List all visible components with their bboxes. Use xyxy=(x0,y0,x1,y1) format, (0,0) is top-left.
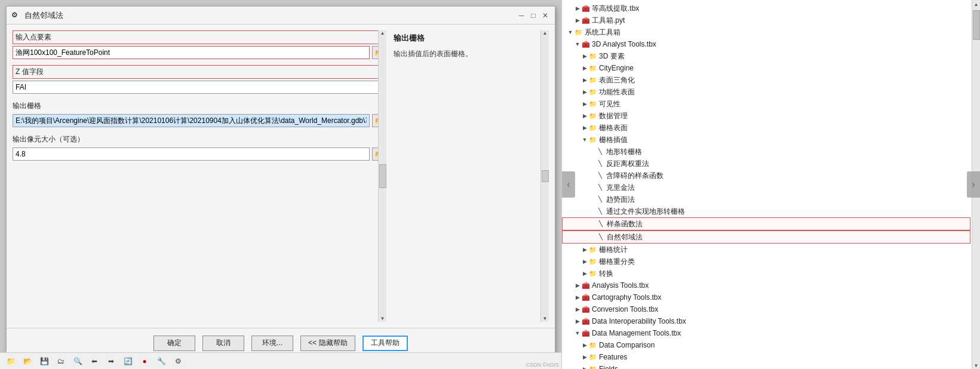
tree-item-t16[interactable]: ╲ 克里金法 xyxy=(562,182,970,193)
tree-item-t2[interactable]: ▶ 🧰 工具箱.pyt xyxy=(562,14,970,26)
tree-expander-t8[interactable]: ▶ xyxy=(581,87,588,97)
scroll-thumb[interactable] xyxy=(379,164,386,188)
tree-item-t11[interactable]: ▶ 📁 栅格表面 xyxy=(562,122,970,134)
tree-item-t1[interactable]: ▶ 🧰 等高线提取.tbx xyxy=(562,2,970,14)
tree-expander-t3[interactable]: ▼ xyxy=(567,27,574,38)
tree-item-t12[interactable]: ▼ 📁 栅格插值 xyxy=(562,134,970,146)
toolbar-icon-7[interactable]: ➡ xyxy=(105,355,117,367)
tree-item-t19[interactable]: ╲ 样条函数法 xyxy=(562,217,970,230)
tree-expander-t23[interactable]: ▶ xyxy=(581,268,588,279)
tree-expander-t24[interactable]: ▶ xyxy=(574,280,581,291)
tree-expander-t28[interactable]: ▼ xyxy=(574,328,581,339)
tree-item-t10[interactable]: ▶ 📁 数据管理 xyxy=(562,110,970,122)
tree-item-t29[interactable]: ▶ 📁 Data Comparison xyxy=(562,339,970,351)
tree-item-t25[interactable]: ▶ 🧰 Cartography Tools.tbx xyxy=(562,291,970,303)
tree-expander-t10[interactable]: ▶ xyxy=(581,110,588,121)
tree-item-t18[interactable]: ╲ 通过文件实现地形转栅格 xyxy=(562,205,970,217)
tree-expander-t7[interactable]: ▶ xyxy=(581,75,588,85)
toolbar-icon-9[interactable]: ● xyxy=(139,355,150,367)
tree-expander-t27[interactable]: ▶ xyxy=(574,316,581,327)
tree-expander-t30[interactable]: ▶ xyxy=(581,352,588,362)
tree-item-t15[interactable]: ╲ 含障碍的样条函数 xyxy=(562,170,970,182)
tree-item-t9[interactable]: ▶ 📁 可见性 xyxy=(562,98,970,110)
left-panel-scrollbar[interactable]: ▲ ▼ xyxy=(378,30,386,322)
dialog-right-panel: ▲ ▼ 输出栅格 输出插值后的表面栅格。 xyxy=(394,30,549,322)
toolbar-icon-5[interactable]: 🔍 xyxy=(72,355,84,367)
tree-item-t30[interactable]: ▶ 📁 Features xyxy=(562,351,970,363)
output-desc: 输出插值后的表面栅格。 xyxy=(394,48,549,59)
tree-item-t26[interactable]: ▶ 🧰 Conversion Tools.tbx xyxy=(562,303,970,315)
z-field-select[interactable]: FAI xyxy=(13,81,386,94)
left-nav-arrow[interactable]: ‹ xyxy=(562,171,575,198)
output-cell-field[interactable] xyxy=(13,147,370,161)
tree-expander-t12[interactable]: ▼ xyxy=(581,134,588,145)
tree-label-t6: CityEngine xyxy=(599,63,634,73)
tree-label-t30: Features xyxy=(599,352,627,362)
tree-expander-t1[interactable]: ▶ xyxy=(574,3,581,14)
right-nav-arrow[interactable]: › xyxy=(967,171,980,198)
minimize-button[interactable]: ─ xyxy=(517,11,526,20)
tree-expander-t2[interactable]: ▶ xyxy=(574,15,581,26)
tree-expander-t26[interactable]: ▶ xyxy=(574,304,581,315)
tree-item-t27[interactable]: ▶ 🧰 Data Interoperability Tools.tbx xyxy=(562,315,970,327)
tree-expander-t6[interactable]: ▶ xyxy=(581,63,588,73)
tree-item-t17[interactable]: ╲ 趋势面法 xyxy=(562,193,970,205)
toolbar-icon-6[interactable]: ⬅ xyxy=(88,355,100,367)
tree-item-t22[interactable]: ▶ 📁 栅格重分类 xyxy=(562,256,970,267)
tree-expander-t21[interactable]: ▶ xyxy=(581,244,588,255)
tree-item-t4[interactable]: ▼ 🧰 3D Analyst Tools.tbx xyxy=(562,38,970,50)
tree-item-t13[interactable]: ╲ 地形转栅格 xyxy=(562,146,970,158)
output-raster-field[interactable] xyxy=(13,114,370,127)
maximize-button[interactable]: □ xyxy=(529,11,538,20)
tree-item-t7[interactable]: ▶ 📁 表面三角化 xyxy=(562,74,970,86)
toolbar-icon-10[interactable]: 🔧 xyxy=(155,355,167,367)
tree-expander-t4[interactable]: ▼ xyxy=(574,39,581,50)
tree-scroll-up[interactable]: ▲ xyxy=(974,1,979,9)
tree-label-t4: 3D Analyst Tools.tbx xyxy=(592,39,656,50)
tree-item-t8[interactable]: ▶ 📁 功能性表面 xyxy=(562,86,970,98)
dialog-title-left: ⚙ 自然邻域法 xyxy=(11,10,63,21)
toolbar-icon-3[interactable]: 💾 xyxy=(38,355,50,367)
tree-item-t5[interactable]: ▶ 📁 3D 要素 xyxy=(562,50,970,62)
right-scroll-thumb[interactable] xyxy=(542,170,549,182)
tree-expander-t29[interactable]: ▶ xyxy=(581,340,588,350)
tree-item-t31[interactable]: ▶ 📁 Fields xyxy=(562,363,970,369)
tool-icon: ╲ xyxy=(595,147,605,156)
tree-scroll-down[interactable]: ▼ xyxy=(974,363,979,368)
toolbar-icon-8[interactable]: 🔄 xyxy=(122,355,134,367)
folder-icon: 📁 xyxy=(588,64,598,72)
tool-tree: ▶ 🧰 等高线提取.tbx ▶ 🧰 工具箱.pyt ▼ 📁 系统工具箱 ▼ 🧰 … xyxy=(562,0,980,369)
hide-help-button[interactable]: << 隐藏帮助 xyxy=(300,336,355,351)
tree-item-t14[interactable]: ╲ 反距离权重法 xyxy=(562,158,970,170)
toolbar-icon-11[interactable]: ⚙ xyxy=(172,355,184,367)
tree-expander-t5[interactable]: ▶ xyxy=(581,51,588,61)
tree-expander-t31[interactable]: ▶ xyxy=(581,364,588,369)
confirm-button[interactable]: 确定 xyxy=(153,336,195,351)
toolbar-icon-2[interactable]: 📂 xyxy=(21,355,33,367)
tree-expander-t25[interactable]: ▶ xyxy=(574,292,581,303)
tree-expander-t9[interactable]: ▶ xyxy=(581,99,588,109)
tree-item-t20[interactable]: ╲ 自然邻域法 xyxy=(562,230,970,244)
close-button[interactable]: ✕ xyxy=(540,11,550,20)
right-scroll-down[interactable]: ▼ xyxy=(543,316,548,321)
toolbar-icon-1[interactable]: 📁 xyxy=(5,355,17,367)
tree-item-t24[interactable]: ▶ 🧰 Analysis Tools.tbx xyxy=(562,279,970,291)
toolbar-icon-4[interactable]: 🗂 xyxy=(55,355,67,367)
tree-item-t23[interactable]: ▶ 📁 转换 xyxy=(562,267,970,279)
cancel-button[interactable]: 取消 xyxy=(202,336,244,351)
tree-item-t6[interactable]: ▶ 📁 CityEngine xyxy=(562,62,970,74)
tree-expander-t22[interactable]: ▶ xyxy=(581,256,588,267)
tree-item-t3[interactable]: ▼ 📁 系统工具箱 xyxy=(562,26,970,38)
tree-item-t21[interactable]: ▶ 📁 栅格统计 xyxy=(562,244,970,256)
tree-item-t28[interactable]: ▼ 🧰 Data Management Tools.tbx xyxy=(562,327,970,339)
input-feature-field[interactable] xyxy=(13,46,370,59)
tool-help-button[interactable]: 工具帮助 xyxy=(362,336,408,351)
scroll-up-arrow[interactable]: ▲ xyxy=(380,31,385,36)
right-panel-scrollbar[interactable]: ▲ ▼ xyxy=(540,30,549,322)
env-button[interactable]: 环境... xyxy=(251,336,293,351)
right-scroll-up[interactable]: ▲ xyxy=(543,31,548,36)
scroll-down-arrow[interactable]: ▼ xyxy=(380,316,385,321)
tree-label-t9: 可见性 xyxy=(599,99,620,109)
tree-scroll-thumb[interactable] xyxy=(973,10,980,40)
tree-expander-t11[interactable]: ▶ xyxy=(581,122,588,133)
